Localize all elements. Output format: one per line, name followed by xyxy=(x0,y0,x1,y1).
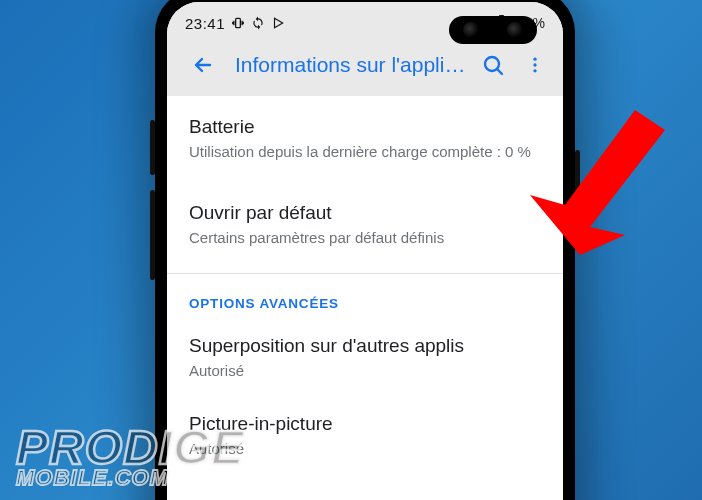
item-title: Superposition sur d'autres applis xyxy=(189,335,541,357)
item-subtitle: Autorisé xyxy=(189,361,541,381)
svg-rect-0 xyxy=(236,18,241,27)
watermark-line1: PRODIGE xyxy=(16,429,244,466)
app-bar-title: Informations sur l'applica… xyxy=(235,53,471,77)
camera-cutout xyxy=(449,16,537,44)
volume-button xyxy=(150,190,155,280)
back-button[interactable] xyxy=(181,43,225,87)
svg-point-6 xyxy=(533,63,536,66)
svg-marker-8 xyxy=(530,110,665,255)
svg-point-7 xyxy=(533,69,536,72)
item-display-over-apps[interactable]: Superposition sur d'autres applis Autori… xyxy=(167,315,563,401)
more-button[interactable] xyxy=(515,43,555,87)
clock: 23:41 xyxy=(185,15,225,32)
vibrate-icon xyxy=(231,16,245,30)
play-store-icon xyxy=(271,16,285,30)
arrow-annotation xyxy=(470,85,690,305)
svg-point-5 xyxy=(533,58,536,61)
power-button xyxy=(150,120,155,175)
sync-icon xyxy=(251,16,265,30)
watermark: PRODIGE MOBILE.COM xyxy=(16,429,244,486)
search-button[interactable] xyxy=(471,43,515,87)
